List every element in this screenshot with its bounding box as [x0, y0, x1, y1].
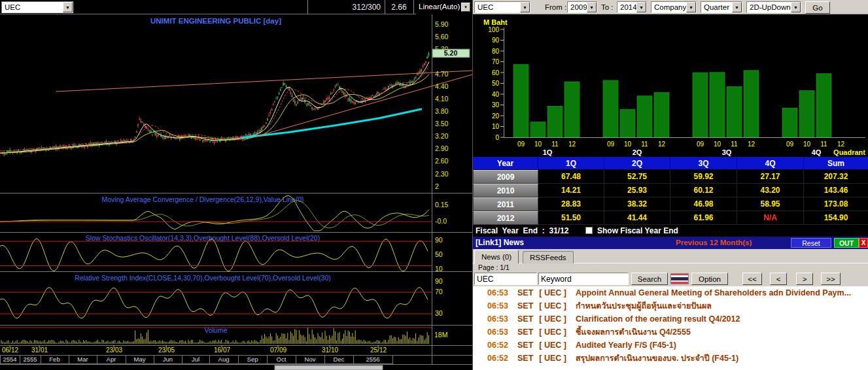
nav-first-button[interactable]: << — [742, 273, 762, 285]
svg-text:30: 30 — [435, 309, 443, 317]
chart-scrollbar[interactable] — [275, 365, 383, 370]
option-button[interactable]: Option — [691, 273, 728, 285]
chevron-down-icon[interactable]: ▼ — [686, 2, 696, 12]
svg-text:12: 12 — [837, 141, 845, 148]
to-year-select[interactable]: 2014 ▼ — [617, 1, 647, 13]
svg-text:11: 11 — [641, 141, 648, 148]
year-cell[interactable]: 2009 — [473, 170, 538, 184]
tab-news[interactable]: News (0) — [474, 250, 519, 263]
svg-text:Relative Strength Index(CLOSE,: Relative Strength Index(CLOSE,14,30,70),… — [75, 274, 331, 282]
view-select[interactable]: Company ▼ — [651, 1, 697, 13]
news-item[interactable]: 06:52SET[ UEC ]สรุปผลการดำเนินงานของบจ. … — [473, 352, 868, 365]
svg-text:4Q: 4Q — [812, 148, 822, 156]
quarterly-bar-chart: M Baht0102030405060708090100091011121Q09… — [473, 14, 868, 157]
svg-text:90: 90 — [435, 236, 443, 244]
chevron-down-icon[interactable]: ▼ — [63, 2, 73, 12]
news-tabs: News (0) RSSFeeds — [473, 249, 868, 263]
fund-symbol-value: UEC — [477, 3, 493, 11]
svg-text:2556: 2556 — [366, 356, 379, 363]
previous-months-label: Previous 12 Month(s) — [676, 239, 752, 246]
from-year-select[interactable]: 2009 ▼ — [567, 1, 597, 13]
svg-text:50: 50 — [492, 80, 500, 87]
svg-text:12: 12 — [568, 141, 576, 148]
svg-text:-0.0: -0.0 — [435, 217, 447, 225]
period-select[interactable]: Quarter ▼ — [701, 1, 742, 13]
svg-text:10: 10 — [624, 141, 632, 148]
svg-text:Jul: Jul — [192, 356, 200, 363]
trading-workstation: UEC ▼ 312/300 2.66 Linear(Auto) ▼ UNIMIT… — [0, 0, 868, 370]
svg-text:3Q: 3Q — [722, 148, 732, 156]
svg-text:Dec: Dec — [334, 356, 345, 363]
svg-text:3.20: 3.20 — [435, 132, 449, 140]
svg-text:40: 40 — [492, 91, 500, 98]
close-icon[interactable]: X — [859, 238, 868, 248]
out-button[interactable]: OUT — [834, 238, 859, 248]
svg-text:1Q: 1Q — [543, 148, 553, 156]
value-cell: 25.93 — [604, 184, 670, 197]
chevron-down-icon[interactable]: ▼ — [520, 2, 530, 12]
news-symbol: [ UEC ] — [539, 354, 576, 363]
scale-mode-select[interactable]: Linear(Auto) ▼ — [416, 0, 472, 14]
chart-mode-select[interactable]: 2D-UpDown ▼ — [746, 1, 801, 13]
news-item[interactable]: 06:53SET[ UEC ]Clarification of the oera… — [473, 312, 868, 326]
svg-text:90: 90 — [492, 37, 500, 44]
svg-text:10: 10 — [534, 141, 542, 148]
year-cell[interactable]: 2011 — [473, 197, 538, 211]
tab-rssfeeds[interactable]: RSSFeeds — [523, 251, 574, 263]
svg-text:4.10: 4.10 — [435, 95, 449, 103]
page-indicator: Page : 1/1 — [478, 263, 510, 271]
to-label: To : — [601, 3, 614, 11]
svg-text:23/03: 23/03 — [106, 346, 122, 354]
fund-symbol-select[interactable]: UEC ▼ — [474, 1, 530, 13]
year-cell[interactable]: 2012 — [473, 211, 538, 225]
svg-text:5.20: 5.20 — [444, 49, 458, 57]
price-chart-svg[interactable]: UNIMIT ENGINEERING PUBLIC [day]5.905.605… — [0, 14, 472, 370]
svg-text:90: 90 — [435, 277, 443, 285]
nav-last-button[interactable]: >> — [821, 273, 841, 285]
news-symbol: [ UEC ] — [539, 328, 576, 337]
svg-text:2.30: 2.30 — [435, 170, 449, 178]
chart-symbol-select[interactable]: UEC ▼ — [1, 1, 73, 13]
chevron-down-icon[interactable]: ▼ — [587, 2, 597, 12]
news-symbol: [ UEC ] — [539, 301, 576, 311]
svg-text:60: 60 — [492, 69, 500, 76]
svg-text:May: May — [134, 356, 146, 363]
news-item[interactable]: 06:53SET[ UEC ]Appoint Annual General Me… — [473, 286, 868, 299]
news-item[interactable]: 06:53SET[ UEC ]ชี้แจงผลการดำเนินงาน Q4/2… — [473, 326, 868, 339]
svg-text:31/01: 31/01 — [31, 346, 48, 354]
period-value: Quarter — [704, 3, 729, 11]
news-symbol: [ UEC ] — [539, 314, 576, 324]
news-item[interactable]: 06:52SET[ UEC ]Audited Yearly F/S (F45-1… — [473, 339, 868, 352]
value-cell: 173.08 — [804, 197, 868, 211]
keyword-input[interactable] — [538, 273, 629, 285]
nav-prev-button[interactable]: < — [770, 273, 787, 285]
reset-button[interactable]: Reset — [791, 238, 831, 248]
svg-text:10: 10 — [714, 141, 721, 148]
news-source: SET — [512, 301, 539, 311]
news-source: SET — [512, 314, 539, 324]
go-button[interactable]: Go — [805, 1, 830, 14]
chevron-down-icon[interactable]: ▼ — [791, 2, 801, 12]
svg-text:2Q: 2Q — [633, 148, 642, 156]
svg-text:80: 80 — [492, 48, 500, 55]
nav-next-button[interactable]: > — [796, 273, 813, 285]
svg-text:20: 20 — [492, 112, 500, 120]
value-cell: 154.90 — [804, 211, 868, 225]
to-year-value: 2014 — [620, 3, 637, 11]
news-title: ชี้แจงผลการดำเนินงาน Q4/2555 — [576, 328, 691, 337]
year-cell[interactable]: 2010 — [473, 184, 538, 197]
svg-text:11: 11 — [820, 141, 827, 148]
chevron-down-icon[interactable]: ▼ — [636, 2, 646, 12]
view-value: Company — [654, 3, 686, 11]
svg-text:07/09: 07/09 — [270, 346, 286, 354]
show-fiscal-checkbox[interactable] — [585, 227, 593, 234]
search-button[interactable]: Search — [631, 273, 668, 285]
news-symbol: [ UEC ] — [539, 288, 576, 297]
chevron-down-icon[interactable]: ▼ — [461, 3, 470, 12]
news-item[interactable]: 06:53SET[ UEC ]กำหนดวันประชุมผู้ถือหุ้นแ… — [473, 299, 868, 312]
chevron-down-icon[interactable]: ▼ — [732, 2, 742, 12]
svg-text:23/05: 23/05 — [158, 346, 175, 354]
svg-text:5.90: 5.90 — [435, 20, 449, 28]
thai-flag-icon[interactable] — [670, 273, 689, 284]
news-symbol-input[interactable] — [474, 273, 537, 285]
